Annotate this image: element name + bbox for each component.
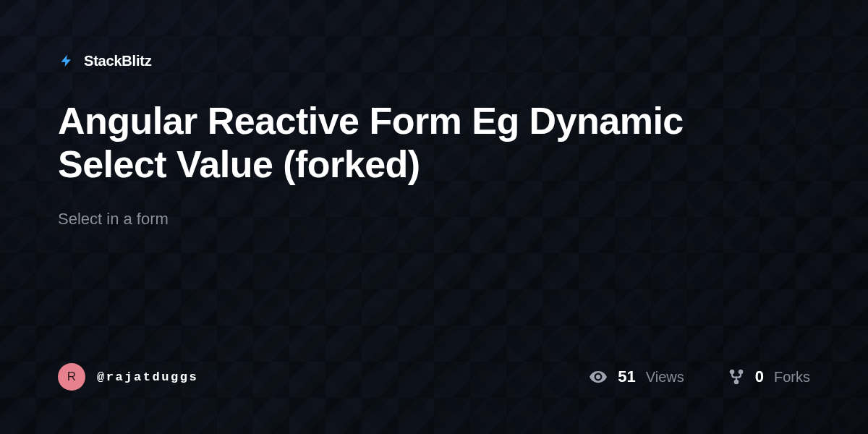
forks-count: 0 [755, 367, 764, 386]
views-label: Views [646, 369, 684, 386]
project-card: StackBlitz Angular Reactive Form Eg Dyna… [0, 0, 868, 434]
brand-header: StackBlitz [58, 52, 810, 69]
author-section[interactable]: R @rajatduggs [58, 363, 198, 391]
project-description: Select in a form [58, 210, 810, 229]
stats-section: 51 Views 0 Forks [589, 367, 810, 386]
project-title: Angular Reactive Form Eg Dynamic Select … [58, 100, 709, 187]
avatar: R [58, 363, 85, 391]
brand-name: StackBlitz [84, 53, 152, 69]
views-count: 51 [618, 367, 635, 386]
forks-stat: 0 Forks [728, 367, 810, 386]
username: @rajatduggs [97, 370, 198, 384]
eye-icon [589, 367, 608, 386]
footer: R @rajatduggs 51 Views [58, 363, 810, 391]
fork-icon [728, 368, 745, 386]
forks-label: Forks [774, 369, 810, 386]
views-stat: 51 Views [589, 367, 684, 386]
bolt-icon [58, 52, 75, 69]
